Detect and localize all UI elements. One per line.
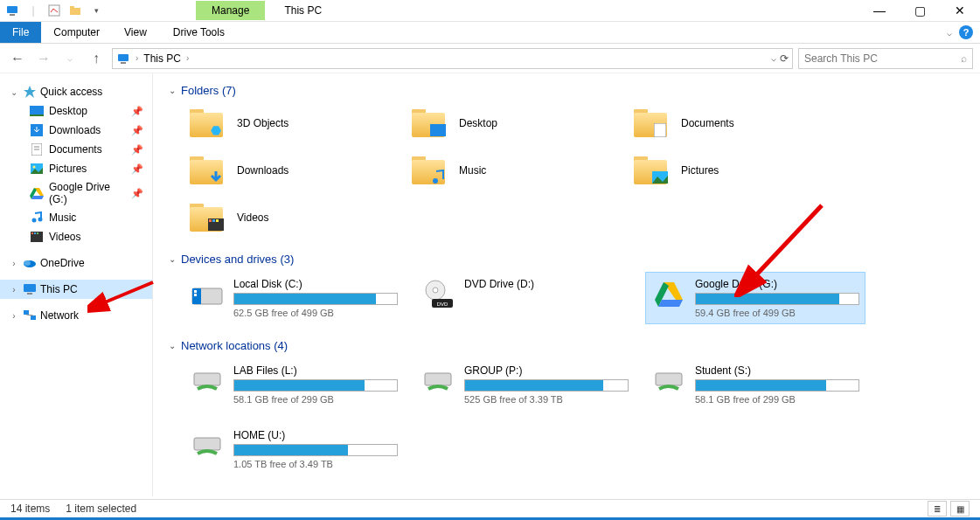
breadcrumb[interactable]: › This PC › ⌵ ⟳ bbox=[112, 48, 793, 69]
drive-dvd-d[interactable]: DVD DVD Drive (D:) bbox=[415, 273, 634, 323]
sidebar-item-pictures[interactable]: Pictures 📌 bbox=[0, 159, 152, 178]
drives-group-header[interactable]: ⌄ Devices and drives (3) bbox=[169, 253, 964, 266]
breadcrumb-separator-icon[interactable]: › bbox=[186, 53, 189, 63]
help-icon[interactable]: ? bbox=[959, 25, 973, 39]
network-lab-l[interactable]: LAB Files (L:) 58.1 GB free of 299 GB bbox=[184, 359, 403, 410]
pc-icon bbox=[23, 282, 37, 296]
forward-button[interactable]: → bbox=[33, 48, 54, 69]
view-tiles-icon[interactable]: ▦ bbox=[950, 501, 970, 517]
sidebar-quick-access[interactable]: ⌄ Quick access bbox=[0, 82, 152, 101]
pin-icon[interactable]: 📌 bbox=[131, 144, 143, 156]
folder-music[interactable]: Music bbox=[407, 151, 616, 190]
pc-icon[interactable] bbox=[5, 3, 19, 17]
folder-pictures[interactable]: Pictures bbox=[629, 151, 838, 190]
recent-dropdown[interactable]: ⌵ bbox=[59, 48, 80, 69]
network-student-s[interactable]: Student (S:) 58.1 GB free of 299 GB bbox=[646, 359, 865, 410]
svg-rect-53 bbox=[656, 373, 682, 385]
sidebar-onedrive[interactable]: › OneDrive bbox=[0, 253, 152, 273]
refresh-icon[interactable]: ⟳ bbox=[780, 52, 789, 65]
folder-desktop[interactable]: Desktop bbox=[407, 104, 616, 142]
sidebar-item-desktop[interactable]: Desktop 📌 bbox=[0, 101, 152, 121]
pin-icon[interactable]: 📌 bbox=[131, 106, 143, 117]
pin-icon[interactable]: 📌 bbox=[131, 163, 143, 175]
network-home-u[interactable]: HOME (U:) 1.05 TB free of 3.49 TB bbox=[184, 424, 403, 475]
maximize-button[interactable]: ▢ bbox=[900, 0, 940, 22]
documents-icon bbox=[30, 142, 44, 156]
sidebar-item-documents[interactable]: Documents 📌 bbox=[0, 140, 152, 159]
minimize-button[interactable]: — bbox=[859, 0, 900, 22]
sidebar-item-google-drive[interactable]: Google Drive (G:) 📌 bbox=[0, 178, 152, 208]
svg-rect-8 bbox=[30, 106, 44, 114]
network-group-header[interactable]: ⌄ Network locations (4) bbox=[169, 339, 964, 352]
up-button[interactable]: ↑ bbox=[86, 48, 107, 69]
search-box[interactable]: ⌕ bbox=[798, 48, 973, 69]
chevron-down-icon[interactable]: ⌄ bbox=[169, 254, 176, 264]
address-dropdown-icon[interactable]: ⌵ bbox=[771, 53, 776, 63]
svg-rect-4 bbox=[70, 6, 74, 9]
folder-icon bbox=[188, 202, 225, 233]
breadcrumb-location[interactable]: This PC bbox=[143, 52, 181, 65]
network-group-p[interactable]: GROUP (P:) 525 GB free of 3.39 TB bbox=[415, 359, 634, 410]
properties-icon[interactable] bbox=[47, 3, 61, 17]
folder-downloads[interactable]: Downloads bbox=[184, 151, 394, 190]
folder-label: 3D Objects bbox=[237, 117, 288, 129]
sidebar-item-videos[interactable]: Videos bbox=[0, 227, 152, 246]
svg-marker-7 bbox=[24, 86, 36, 98]
svg-rect-29 bbox=[24, 310, 29, 315]
svg-rect-9 bbox=[30, 114, 44, 116]
sidebar-item-label: Pictures bbox=[49, 163, 87, 175]
folder-3d-objects[interactable]: ⬣ 3D Objects bbox=[184, 104, 394, 142]
folder-videos[interactable]: Videos bbox=[184, 198, 394, 237]
back-button[interactable]: ← bbox=[7, 48, 28, 69]
pin-icon[interactable]: 📌 bbox=[131, 188, 143, 199]
view-details-icon[interactable]: ≣ bbox=[928, 501, 947, 517]
new-folder-icon[interactable] bbox=[68, 3, 82, 17]
network-grid: LAB Files (L:) 58.1 GB free of 299 GB GR… bbox=[184, 359, 964, 475]
pin-icon[interactable]: 📌 bbox=[131, 125, 143, 136]
folder-icon bbox=[632, 107, 669, 139]
main-area: ⌄ Quick access Desktop 📌 Downloads 📌 Doc… bbox=[0, 73, 980, 496]
sidebar-this-pc[interactable]: › This PC bbox=[0, 280, 152, 299]
drive-tools-tab[interactable]: Drive Tools bbox=[161, 22, 237, 43]
computer-tab[interactable]: Computer bbox=[41, 22, 112, 43]
chevron-down-icon[interactable]: ⌄ bbox=[169, 341, 176, 350]
chevron-right-icon[interactable]: › bbox=[9, 259, 19, 268]
ribbon-tabs: File Computer View Drive Tools ⌵ ? bbox=[0, 22, 980, 44]
svg-rect-27 bbox=[24, 284, 36, 292]
onedrive-icon bbox=[23, 256, 37, 270]
chevron-right-icon[interactable]: › bbox=[9, 311, 19, 321]
svg-rect-51 bbox=[194, 373, 220, 385]
svg-text:DVD: DVD bbox=[437, 302, 448, 307]
sidebar-item-label: Downloads bbox=[49, 124, 101, 136]
window-controls: — ▢ ✕ bbox=[859, 0, 980, 22]
close-button[interactable]: ✕ bbox=[940, 0, 980, 22]
dropdown-icon[interactable]: ▾ bbox=[89, 3, 103, 17]
svg-rect-42 bbox=[194, 290, 197, 293]
sidebar-item-label: Music bbox=[49, 211, 76, 224]
sidebar-item-downloads[interactable]: Downloads 📌 bbox=[0, 121, 152, 140]
drive-name: HOME (U:) bbox=[233, 429, 398, 441]
status-selection: 1 item selected bbox=[66, 503, 136, 515]
view-tab[interactable]: View bbox=[112, 22, 159, 43]
manage-tab[interactable]: Manage bbox=[196, 1, 265, 20]
folder-documents[interactable]: Documents bbox=[629, 104, 838, 142]
drive-local-c[interactable]: Local Disk (C:) 62.5 GB free of 499 GB bbox=[184, 273, 403, 323]
svg-rect-2 bbox=[49, 5, 59, 16]
search-input[interactable] bbox=[804, 52, 961, 65]
drive-google-g[interactable]: Google Drive (G:) 59.4 GB free of 499 GB bbox=[646, 273, 865, 323]
chevron-down-icon[interactable]: ⌄ bbox=[9, 87, 19, 97]
music-icon bbox=[30, 211, 44, 225]
file-tab[interactable]: File bbox=[0, 22, 41, 43]
ribbon-expand-icon[interactable]: ⌵ bbox=[947, 28, 952, 38]
svg-point-34 bbox=[433, 178, 438, 184]
folders-grid: ⬣ 3D Objects Desktop Documents Downloads… bbox=[184, 104, 964, 237]
breadcrumb-separator-icon[interactable]: › bbox=[136, 53, 138, 63]
folders-group-header[interactable]: ⌄ Folders (7) bbox=[169, 84, 964, 97]
sidebar-network[interactable]: › Network bbox=[0, 306, 152, 325]
chevron-down-icon[interactable]: ⌄ bbox=[169, 86, 176, 95]
svg-rect-28 bbox=[27, 293, 32, 295]
chevron-right-icon[interactable]: › bbox=[9, 285, 19, 295]
sidebar-item-music[interactable]: Music bbox=[0, 208, 152, 227]
search-icon[interactable]: ⌕ bbox=[961, 52, 967, 65]
drive-name: LAB Files (L:) bbox=[233, 364, 398, 377]
